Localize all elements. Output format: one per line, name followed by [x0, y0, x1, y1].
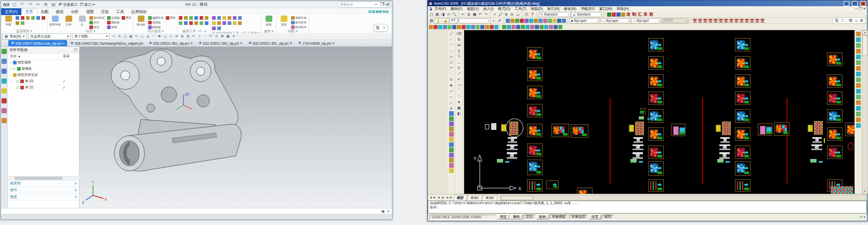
text-style-dropdown[interactable]: ✎ Standard▾ [538, 12, 571, 17]
mold-tool-icon-4[interactable] [448, 25, 452, 29]
modify-tool-icon-3[interactable]: ∥ [456, 48, 462, 54]
modify-tool-icon-8[interactable]: ✂ [456, 77, 462, 82]
draw-custom-icon-4[interactable] [449, 132, 454, 137]
custom-tool-icon-2[interactable] [515, 19, 519, 23]
drawing-press-68[interactable] [811, 144, 822, 150]
drawing-card-30[interactable] [648, 161, 664, 176]
file-tab-3[interactable]: ❖S32-205GC-552_stp.prt⊘ [196, 40, 245, 46]
ribbon-tool-icon[interactable] [21, 21, 24, 25]
red-tool-设[interactable]: 设 [643, 11, 648, 17]
ribbon-minibutton-更多[interactable]: 更多 [122, 16, 132, 20]
drawing-card-23[interactable] [648, 38, 664, 51]
custom-tool-icon-5[interactable] [529, 19, 533, 23]
doc-restore-button[interactable]: ❐ [859, 7, 862, 11]
drawing-card-61[interactable] [827, 109, 843, 123]
drawing-wide-12[interactable] [551, 124, 569, 137]
drawing-press-38[interactable] [633, 152, 643, 159]
lock-icon[interactable]: ▾ [863, 215, 865, 219]
custom-tool-icon-0[interactable] [506, 19, 510, 23]
drawing-card-27[interactable] [648, 109, 664, 123]
file-tab-0[interactable]: ❖S36-199GT-540tuo zuo_stp.prt× [8, 40, 67, 46]
status-toggle-线宽[interactable]: 线宽 [589, 215, 601, 219]
selection-tool-icon-14[interactable]: ✎ [191, 34, 196, 39]
draw-custom-icon-0[interactable] [449, 111, 454, 116]
resource-bar-icon-6[interactable] [2, 108, 7, 113]
selection-tool-icon-4[interactable]: ↖ [134, 34, 139, 39]
acad-menu-3[interactable]: 插入(I) [481, 6, 496, 11]
mold-tool-icon-8[interactable] [466, 25, 470, 29]
drawing-card-46[interactable] [735, 127, 751, 141]
color-tool-icon-0[interactable] [607, 12, 611, 17]
drawing-yellow-34[interactable] [629, 125, 634, 132]
draw-custom-icon-7[interactable] [449, 148, 454, 152]
mold-tool2-icon-8[interactable] [540, 25, 544, 29]
ribbon-tool-icon[interactable] [42, 16, 45, 20]
draw-custom-icon-1[interactable] [449, 116, 454, 121]
column-status[interactable]: 最新 [63, 54, 70, 59]
draw-tool-icon-12[interactable]: □ [449, 100, 454, 105]
selection-scope-dropdown[interactable]: 整个装配▾ [72, 33, 110, 39]
acad-menu-9[interactable]: 冲模设计 [578, 6, 597, 11]
drawing-card-7[interactable] [527, 124, 543, 137]
menu-dropdown[interactable]: ▦ 菜单(M) ▾ [3, 33, 27, 39]
close-button[interactable]: ✕ [386, 2, 390, 7]
drawing-card-25[interactable] [648, 74, 664, 88]
selection-tool-icon-2[interactable]: ◻ [123, 34, 127, 39]
tab-pin-icon[interactable]: ⊘ [190, 41, 192, 45]
nx-tab-1[interactable]: 主页 [21, 8, 37, 15]
drawing-card-43[interactable] [735, 74, 751, 88]
dim-style-dropdown[interactable]: ∠ Standard▾ [571, 12, 603, 17]
nx-tab-3[interactable]: 曲线 [52, 8, 68, 15]
nx-ime-chip[interactable]: 英☽ [373, 24, 388, 32]
ribbon-minibutton-阵列组件[interactable]: 阵列组件 [291, 25, 308, 29]
ribbon-bigbutton-曲面[interactable]: 曲面 [262, 16, 275, 27]
ribbon-minibutton-抽壳[interactable]: 抽壳 [89, 25, 106, 29]
ribbon-tool-icon[interactable] [189, 16, 193, 20]
resource-bar-icon-7[interactable] [2, 118, 7, 123]
dimension-tool-icon-3[interactable] [856, 49, 861, 54]
layer-dropdown[interactable]: 💡☼🔒⎙ PT_0▾ [435, 18, 491, 23]
ribbon-tool-icon[interactable] [212, 27, 216, 30]
ime-item-3[interactable]: 简 [849, 18, 853, 23]
acad-close-button[interactable]: ✕ [860, 1, 866, 6]
nx-tab-7[interactable]: 工具 [113, 8, 128, 15]
std-tool-icon-5[interactable]: ✂ [461, 12, 466, 17]
dimension-tool-icon-8[interactable] [856, 77, 861, 82]
draw-tool-icon-5[interactable]: ⬠ [449, 60, 454, 65]
modify-tool-icon-13[interactable]: ▦ [456, 105, 462, 111]
custom-tool-icon-8[interactable] [543, 19, 547, 23]
acad-menu-8[interactable]: 修改(M) [561, 6, 578, 11]
ime-toolbar[interactable]: 英☽’,简☺⚙ [832, 17, 866, 24]
mold-tool-icon-3[interactable] [443, 25, 447, 29]
red-char-tool-icon-3[interactable] [708, 18, 713, 23]
drawing-press-52[interactable] [720, 137, 730, 143]
acad-hscrollbar[interactable] [500, 195, 866, 201]
red-char-tool-icon-10[interactable] [744, 18, 749, 23]
ribbon-tool-icon[interactable] [184, 21, 188, 25]
resource-bar-icon-5[interactable] [2, 98, 7, 103]
drawing-press-53[interactable] [719, 144, 730, 150]
ime-item-2[interactable]: ’, [845, 18, 847, 23]
std-tool-icon-6[interactable]: ⧉ [466, 12, 471, 17]
draw-custom-icon-10[interactable] [449, 163, 454, 168]
red-char-tool-icon-11[interactable] [749, 18, 754, 23]
acad-menu-7[interactable]: 标注(N) [545, 6, 562, 11]
doc-minimize-button[interactable]: ─ [855, 7, 858, 11]
drawing-circle-72[interactable] [848, 142, 853, 150]
nx-3d-viewport[interactable]: ZC Y X Z [80, 47, 392, 208]
draw-custom-icon-8[interactable] [449, 153, 454, 157]
dimension-tool-icon-11[interactable] [856, 95, 861, 99]
drawing-card-45[interactable] [735, 109, 751, 123]
acad-menu-6[interactable]: 绘图(D) [529, 6, 545, 11]
file-tab-2[interactable]: ❖S32-205GC-561_stp.prt⊘ [146, 40, 195, 46]
selection-tool-icon-17[interactable]: ⤧ [208, 34, 213, 39]
ribbon-minibutton-装配约束[interactable]: 装配约束 [291, 16, 308, 20]
column-name[interactable]: 名称 ▲ [8, 54, 21, 59]
status-toggle-模型[interactable]: 模型 [602, 215, 614, 219]
drawing-sbox-32[interactable] [640, 108, 646, 114]
std-tool-icon-13[interactable]: ⊖ [509, 12, 515, 17]
selection-tool-icon-13[interactable]: ⊞ [186, 34, 190, 39]
drawing-wbox-14[interactable] [485, 124, 489, 129]
drawing-ii-10[interactable] [527, 179, 543, 192]
status-toggle-极轴[interactable]: 极轴 [536, 215, 548, 219]
